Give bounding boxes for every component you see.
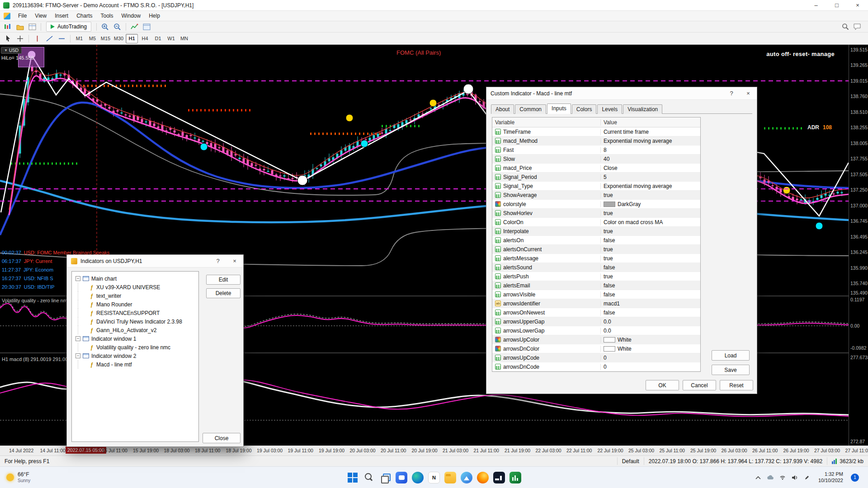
indicator-row[interactable]: ƒVolatility quality - zero line nmc xyxy=(72,343,198,352)
templates-icon[interactable] xyxy=(141,22,152,32)
indicator-group-row[interactable]: −Main chart xyxy=(72,274,198,283)
timeframe-mn[interactable]: MN xyxy=(178,34,190,43)
cancel-button[interactable]: Cancel xyxy=(683,380,716,390)
edge-taskbar-icon[interactable] xyxy=(412,472,424,483)
collapse-icon[interactable]: − xyxy=(75,336,80,341)
firefox-taskbar-icon[interactable] xyxy=(477,472,489,483)
value-cell[interactable]: 0 xyxy=(601,355,700,361)
vertical-line-icon[interactable] xyxy=(32,33,43,43)
market-watch-icon[interactable] xyxy=(27,22,38,32)
save-button[interactable]: Save xyxy=(712,365,750,375)
load-button[interactable]: Load xyxy=(712,350,750,361)
timeframe-m30[interactable]: M30 xyxy=(113,34,125,43)
task-view-taskbar-icon[interactable] xyxy=(379,472,391,483)
input-row[interactable]: Interpolatetrue xyxy=(492,227,700,236)
input-row[interactable]: alertsPushtrue xyxy=(492,272,700,281)
trendline-icon[interactable] xyxy=(44,33,55,43)
input-row[interactable]: alertsOnfalse xyxy=(492,236,700,245)
input-row[interactable]: ShowAveragetrue xyxy=(492,191,700,200)
weather-widget[interactable]: 66°F Sunny xyxy=(0,472,37,483)
ok-button[interactable]: OK xyxy=(646,380,679,390)
value-cell[interactable]: true xyxy=(601,210,700,216)
input-row[interactable]: arrowsOnNewestfalse xyxy=(492,308,700,317)
minimize-button[interactable]: – xyxy=(806,0,826,10)
volume-icon[interactable] xyxy=(791,474,798,481)
value-cell[interactable]: Current time frame xyxy=(601,129,700,135)
value-cell[interactable]: true xyxy=(601,246,700,253)
taskbar-clock[interactable]: 1:32 PM 10/10/2022 xyxy=(818,471,843,483)
metatrader-taskbar-icon[interactable] xyxy=(509,472,521,483)
value-cell[interactable]: macd1 xyxy=(601,300,700,307)
input-row[interactable]: macd_PriceClose xyxy=(492,164,700,173)
zoom-in-icon[interactable] xyxy=(99,22,111,32)
value-cell[interactable]: true xyxy=(601,273,700,280)
menu-item-help[interactable]: Help xyxy=(145,11,164,20)
timeframe-m15[interactable]: M15 xyxy=(99,34,112,43)
value-cell[interactable]: true xyxy=(601,255,700,262)
indicator-row[interactable]: ƒtext_writer xyxy=(72,291,198,300)
notification-badge[interactable]: 1 xyxy=(851,474,859,482)
value-cell[interactable]: false xyxy=(601,291,700,298)
input-row[interactable]: arrowsUpColorWhite xyxy=(492,335,700,344)
value-cell[interactable]: false xyxy=(601,237,700,244)
onedrive-cloud-icon[interactable] xyxy=(767,474,774,481)
collapse-icon[interactable]: − xyxy=(75,276,80,281)
indicators-icon[interactable] xyxy=(129,22,140,32)
value-cell[interactable]: true xyxy=(601,192,700,198)
tab-visualization[interactable]: Visualization xyxy=(623,104,662,114)
help-button[interactable]: ? xyxy=(725,88,738,99)
value-cell[interactable]: White xyxy=(601,346,700,352)
network-icon[interactable] xyxy=(779,474,786,481)
indicator-row[interactable]: ƒRESISTANCEnSUPPORT xyxy=(72,309,198,317)
explorer-taskbar-icon[interactable] xyxy=(444,472,456,483)
timeframe-w1[interactable]: W1 xyxy=(165,34,177,43)
input-row[interactable]: macd_MethodExponential moving average xyxy=(492,136,700,145)
menu-item-window[interactable]: Window xyxy=(118,11,145,20)
time-axis[interactable]: 14 Jul 202214 Jul 11:002022.07.15 05:001… xyxy=(0,446,868,455)
tradingview-taskbar-icon[interactable] xyxy=(493,472,505,483)
delete-button[interactable]: Delete xyxy=(206,288,241,298)
tab-common[interactable]: Common xyxy=(515,104,546,114)
value-cell[interactable]: false xyxy=(601,310,700,316)
value-cell[interactable]: 0.0 xyxy=(601,328,700,334)
input-row[interactable]: alertsSoundfalse xyxy=(492,263,700,272)
close-button[interactable]: × xyxy=(847,0,868,10)
value-cell[interactable]: White xyxy=(601,337,700,343)
tab-colors[interactable]: Colors xyxy=(572,104,597,114)
indicator-group-row[interactable]: −Indicator window 1 xyxy=(72,334,198,343)
close-icon[interactable]: × xyxy=(228,256,241,267)
indicators-tree[interactable]: −Main chartƒXU v39-XARD UNIVERSEƒtext_wr… xyxy=(71,271,199,442)
input-row[interactable]: alertsMessagetrue xyxy=(492,254,700,263)
input-row[interactable]: abarrowsIdentifiermacd1 xyxy=(492,299,700,308)
input-row[interactable]: arrowsUpCode0 xyxy=(492,353,700,362)
menu-item-charts[interactable]: Charts xyxy=(72,11,96,20)
timeframe-h4[interactable]: H4 xyxy=(139,34,151,43)
tab-inputs[interactable]: Inputs xyxy=(547,103,571,114)
reset-button[interactable]: Reset xyxy=(720,380,753,390)
chat-taskbar-icon[interactable] xyxy=(396,472,407,483)
dialog-titlebar[interactable]: Custom Indicator - Macd - line mtf ? × xyxy=(486,87,757,100)
input-row[interactable]: ShowHorlevtrue xyxy=(492,209,700,218)
value-cell[interactable]: false xyxy=(601,282,700,289)
feedback-icon[interactable] xyxy=(852,22,863,32)
input-row[interactable]: alertsOnCurrenttrue xyxy=(492,245,700,254)
indicator-row[interactable]: ƒDaVinci Truly News Indicator 2.3.98 xyxy=(72,317,198,326)
maximize-button[interactable]: □ xyxy=(826,0,847,10)
value-cell[interactable]: true xyxy=(601,228,700,235)
input-row[interactable]: Slow40 xyxy=(492,155,700,164)
xard-control-label[interactable]: auto off- reset- manage xyxy=(766,51,835,57)
menu-item-view[interactable]: View xyxy=(31,11,51,20)
tab-levels[interactable]: Levels xyxy=(597,104,622,114)
input-row[interactable]: arrowsDnColorWhite xyxy=(492,344,700,353)
zoom-out-icon[interactable] xyxy=(112,22,123,32)
indicator-row[interactable]: ƒMacd - line mtf xyxy=(72,360,198,369)
autotrading-button[interactable]: AutoTrading xyxy=(46,22,91,32)
collapse-icon[interactable]: − xyxy=(75,353,80,358)
input-row[interactable]: arrowsVisiblefalse xyxy=(492,290,700,299)
input-row[interactable]: arrowsUpperGap0.0 xyxy=(492,317,700,326)
dialog-titlebar[interactable]: Indicators on USDJPY,H1 ? × xyxy=(67,255,243,267)
pen-icon[interactable] xyxy=(803,474,811,481)
value-cell[interactable]: 8 xyxy=(601,147,700,153)
menu-item-tools[interactable]: Tools xyxy=(97,11,118,20)
close-button[interactable]: Close xyxy=(203,433,241,443)
